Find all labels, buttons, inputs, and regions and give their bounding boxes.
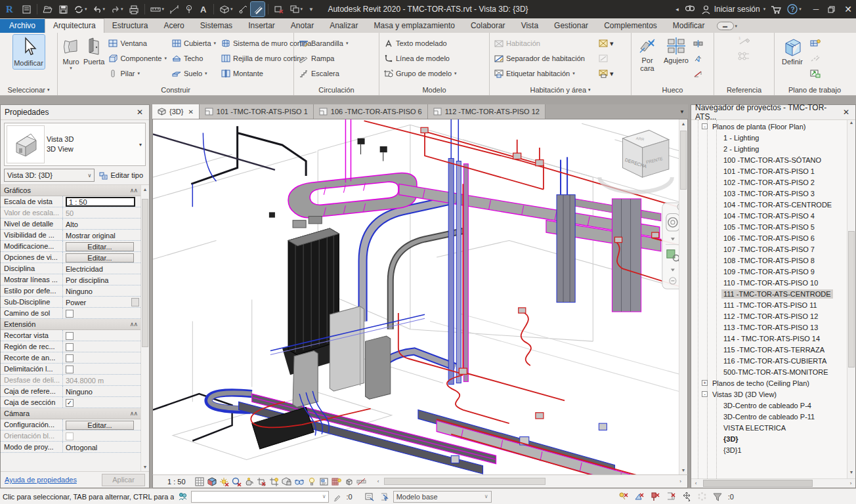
texto-modelado-button[interactable]: Texto modelado: [382, 36, 484, 51]
view-tab[interactable]: 101 -TMC-TOR-ATS-PISO 1: [200, 104, 314, 119]
aligned-dimension-icon[interactable]: [167, 2, 181, 16]
grupo-modelo-button[interactable]: Grupo de modelo▾: [382, 66, 484, 81]
dormer-opening-button[interactable]: [692, 66, 704, 81]
canvas-vertical-scrollbar[interactable]: ▲ ▼: [679, 119, 687, 474]
browser-tree-item[interactable]: 114 - TMC-TOR-ATS-PISO 14: [691, 333, 847, 344]
view-tabs-overflow-icon[interactable]: ▼: [676, 104, 688, 119]
panel-label-circulacion[interactable]: Circulación: [294, 84, 379, 95]
open-icon[interactable]: [41, 2, 55, 16]
browser-tree-item[interactable]: 110 -TMC-TOR-ATS-PISO 10: [691, 277, 847, 288]
browser-tree-item[interactable]: 107 -TMC-TOR-ATS-PISO 7: [691, 243, 847, 255]
property-edit-button[interactable]: Editar...: [66, 421, 134, 430]
active-option-icon[interactable]: [379, 491, 391, 503]
temporary-view-properties-icon[interactable]: [319, 476, 330, 487]
workplane-viewer-button[interactable]: [809, 66, 822, 81]
property-checkbox[interactable]: [66, 354, 74, 362]
collapse-icon[interactable]: -: [702, 391, 708, 397]
panel-label-seleccionar[interactable]: Seleccionar▾: [0, 84, 57, 95]
browser-tree-item[interactable]: 111 -TMC-TOR-ATS-CENTRODE: [691, 288, 847, 299]
property-value[interactable]: [63, 308, 140, 318]
browser-tree-item[interactable]: 116 -TMC-TOR-ATS-CUBIERTA: [691, 355, 847, 366]
qat-customize-icon[interactable]: ▼: [306, 2, 316, 16]
viewcube[interactable]: DERECHA FRENTE ARR: [599, 130, 672, 192]
browser-tree-item[interactable]: -Planos de planta (Floor Plan): [691, 121, 847, 132]
property-value[interactable]: Ninguno: [63, 386, 140, 396]
view-filter-combo[interactable]: Vista 3D: {3D}∨: [4, 169, 95, 182]
ribbon-tab-gestionar[interactable]: Gestionar: [546, 19, 596, 33]
panel-label-habitacion[interactable]: Habitación y área▾: [490, 84, 631, 95]
locked-3d-view-icon[interactable]: [282, 476, 292, 487]
worksharing-display-icon[interactable]: [332, 476, 342, 487]
browser-tree-item[interactable]: 102 -TMC-TOR-ATS-PISO 2: [691, 177, 847, 188]
panel-label-construir[interactable]: Construir: [58, 84, 293, 95]
browser-tree-item[interactable]: 105 -TMC-TOR-ATS-PISO 5: [691, 221, 847, 232]
type-selector-dropdown-icon[interactable]: ▾: [139, 142, 142, 148]
displace-elements-icon[interactable]: [344, 476, 354, 487]
ribbon-display-toggle[interactable]: ▬▾: [717, 22, 738, 33]
property-value[interactable]: 304.8000 m: [63, 375, 140, 385]
browser-tree-item[interactable]: 113 -TMC-TOR-ATS-PISO 13: [691, 322, 847, 333]
ribbon-tab-estructura[interactable]: Estructura: [104, 19, 156, 33]
property-checkbox[interactable]: [66, 332, 74, 340]
browser-tree-item[interactable]: 103 -TMC-TOR-ATS-PISO 3: [691, 188, 847, 199]
property-value[interactable]: [63, 364, 140, 374]
puerta-button[interactable]: Puerta: [83, 35, 105, 68]
property-value[interactable]: 50: [63, 207, 140, 218]
drawing-canvas[interactable]: DERECHA FRENTE ARR: [152, 119, 688, 474]
properties-close-icon[interactable]: ✕: [135, 108, 145, 117]
property-value[interactable]: Por disciplina: [63, 274, 140, 285]
property-checkbox[interactable]: [66, 432, 74, 440]
section-icon[interactable]: [236, 2, 249, 16]
default-3d-view-icon[interactable]: ▾: [217, 2, 235, 16]
help-icon[interactable]: ?▾: [787, 4, 802, 14]
modify-button[interactable]: Modificar: [13, 35, 45, 69]
view-scale-button[interactable]: 1 : 50: [156, 478, 191, 486]
browser-tree-item[interactable]: 108 -TMC-TOR-ATS-PISO 8: [691, 255, 847, 266]
property-value[interactable]: Power: [63, 297, 140, 307]
worksets-select[interactable]: ∨: [191, 491, 329, 503]
property-value[interactable]: [63, 352, 140, 363]
browser-tree-item[interactable]: {3D}: [691, 433, 847, 444]
show-workplane-button[interactable]: [809, 36, 822, 51]
separador-habitacion-button[interactable]: Separador de habitación: [492, 51, 596, 66]
type-selector[interactable]: Vista 3D 3D View ▾: [4, 123, 146, 166]
browser-tree-item[interactable]: 104 -TMC-TOR-ATS-CENTRODE: [691, 199, 847, 210]
linea-modelo-button[interactable]: Línea de modelo: [382, 51, 484, 66]
panel-label-referencia[interactable]: Referencia: [714, 84, 774, 95]
property-value[interactable]: [63, 430, 140, 441]
move-cursor-icon[interactable]: [681, 491, 693, 503]
text-icon[interactable]: A: [198, 2, 210, 16]
ref-plane-button[interactable]: [809, 51, 822, 66]
property-value[interactable]: Editar...: [63, 252, 140, 262]
browser-vertical-scrollbar[interactable]: ▲ ▼: [847, 120, 855, 478]
view-tab[interactable]: {3D}✕: [152, 104, 200, 119]
panel-label-plano-trabajo[interactable]: Plano de trabajo: [775, 84, 855, 95]
cubierta-button[interactable]: Cubierta▾: [170, 36, 218, 51]
property-section[interactable]: Cámara∧∧: [1, 408, 140, 419]
search-icon[interactable]: [684, 4, 696, 14]
escalera-button[interactable]: Escalera: [297, 66, 374, 81]
view-tab[interactable]: 112 -TMC-TOR-ATS-PISO 12: [428, 104, 546, 119]
property-value[interactable]: Editar...: [63, 241, 140, 251]
sign-in-button[interactable]: Iniciar sesión ▾: [701, 5, 766, 14]
wall-opening-button[interactable]: [692, 36, 704, 51]
ribbon-tab-modificar[interactable]: Modificar: [665, 19, 713, 33]
muro-button[interactable]: Muro▾: [60, 35, 81, 73]
browser-tree-item[interactable]: {3D}1: [691, 444, 847, 455]
browser-close-icon[interactable]: ✕: [841, 108, 851, 117]
exclude-options-icon[interactable]: [618, 491, 630, 503]
rampa-button[interactable]: Rampa: [297, 51, 374, 66]
property-value[interactable]: Editar...: [63, 419, 140, 430]
property-value[interactable]: [63, 341, 140, 352]
editable-only-icon[interactable]: [332, 491, 343, 503]
ribbon-tab-insertar[interactable]: Insertar: [240, 19, 283, 33]
shadows-icon[interactable]: [232, 476, 242, 487]
canvas-horizontal-scrollbar[interactable]: ‹ ›: [374, 476, 685, 486]
crop-view-icon[interactable]: [257, 476, 267, 487]
sync-icon[interactable]: ▾: [72, 2, 89, 16]
browser-tree-item[interactable]: 3D-Centro de cableado P-4: [691, 400, 847, 411]
techo-button[interactable]: Techo: [170, 51, 218, 66]
browser-tree-item[interactable]: 112 -TMC-TOR-ATS-PISO 12: [691, 310, 847, 322]
browser-tree-item[interactable]: +Planos de techo (Ceiling Plan): [691, 377, 847, 388]
property-browse-button[interactable]: [131, 298, 139, 306]
